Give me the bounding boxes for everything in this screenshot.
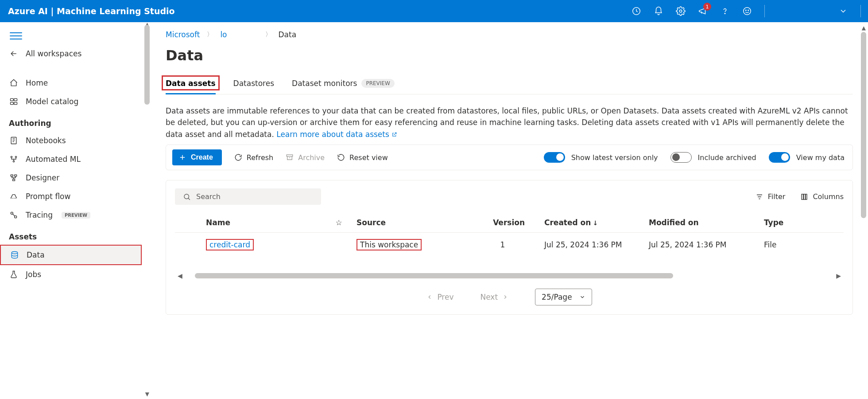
svg-rect-10 xyxy=(11,137,16,144)
scroll-thumb[interactable] xyxy=(144,25,150,105)
cell-version: 1 xyxy=(476,233,529,257)
cmd-label: Archive xyxy=(298,153,325,162)
table-row[interactable]: credit-card This workspace 1 Jul 25, 202… xyxy=(175,233,844,257)
sidebar-item-label: Data xyxy=(27,250,45,259)
table-header-row: Name ☆ Source Version Created on↓ Modifi… xyxy=(175,213,844,233)
refresh-button[interactable]: Refresh xyxy=(234,153,273,162)
sidebar-item-label: Home xyxy=(26,78,48,87)
col-version[interactable]: Version xyxy=(476,213,529,233)
pager-next[interactable]: Next xyxy=(480,293,508,301)
tab-data-assets[interactable]: Data assets xyxy=(166,79,216,94)
scroll-right-icon[interactable]: ▶ xyxy=(833,272,844,279)
breadcrumb-current: Data xyxy=(279,30,297,39)
toggle-latest-version-switch[interactable] xyxy=(544,152,565,163)
sidebar-item-automated-ml[interactable]: Automated ML xyxy=(0,150,142,168)
cell-created: Jul 25, 2024 1:36 PM xyxy=(529,233,644,257)
breadcrumb-root[interactable]: Microsoft xyxy=(166,30,200,39)
archive-button[interactable]: Archive xyxy=(286,153,325,162)
table-card: Search Filter Columns xyxy=(166,180,853,315)
svg-rect-20 xyxy=(287,155,293,156)
megaphone-icon[interactable]: 1 xyxy=(698,6,708,16)
sidebar-item-label: Notebooks xyxy=(26,136,66,145)
reset-view-button[interactable]: Reset view xyxy=(337,153,388,162)
tabs: Data assets Datastores Dataset monitors … xyxy=(166,79,853,94)
col-modified[interactable]: Modified on xyxy=(644,213,760,233)
layout: All workspaces Home Model catalog Author… xyxy=(0,22,868,399)
gear-icon[interactable] xyxy=(676,6,686,16)
svg-point-11 xyxy=(11,156,12,157)
col-created[interactable]: Created on↓ xyxy=(529,213,644,233)
toggle-include-archived-switch[interactable] xyxy=(670,152,692,163)
filter-button[interactable]: Filter xyxy=(756,192,786,201)
chevron-down-icon[interactable] xyxy=(838,6,848,16)
page-title: Data xyxy=(166,47,853,64)
col-source[interactable]: Source xyxy=(352,213,476,233)
button-label: Create xyxy=(191,153,213,161)
prompt-flow-icon xyxy=(9,192,19,201)
sidebar-item-all-workspaces[interactable]: All workspaces xyxy=(0,44,142,63)
hamburger-icon[interactable] xyxy=(0,26,142,44)
main-scrollbar[interactable]: ▲ xyxy=(861,26,866,336)
automl-icon xyxy=(9,154,19,164)
highlight-box: credit-card xyxy=(206,239,254,250)
sidebar-scrollbar[interactable]: ▲ ▼ xyxy=(142,22,151,399)
sort-desc-icon: ↓ xyxy=(593,219,598,227)
page-size-label: 25/Page xyxy=(542,293,572,301)
breadcrumb-mid[interactable]: lo xyxy=(220,30,227,39)
svg-rect-22 xyxy=(802,194,803,200)
sidebar-item-designer[interactable]: Designer xyxy=(0,168,142,187)
cmd-label: Refresh xyxy=(247,153,273,162)
col-name[interactable]: Name xyxy=(202,213,326,233)
main: Microsoft 〉 lo 〉 Data Data Data assets D… xyxy=(151,22,868,399)
intro-body: Data assets are immutable references to … xyxy=(166,106,848,139)
sidebar-item-jobs[interactable]: Jobs xyxy=(0,265,142,284)
sidebar-item-home[interactable]: Home xyxy=(0,74,142,92)
help-icon[interactable] xyxy=(720,6,730,16)
sidebar-item-tracing[interactable]: Tracing PREVIEW xyxy=(0,206,142,224)
catalog-icon xyxy=(9,97,19,106)
sidebar-item-data[interactable]: Data xyxy=(0,245,142,265)
toggle-view-my-data-switch[interactable] xyxy=(769,152,790,163)
topbar-divider-2 xyxy=(860,5,861,17)
sidebar-item-prompt-flow[interactable]: Prompt flow xyxy=(0,187,142,206)
svg-point-1 xyxy=(679,10,682,12)
flask-icon xyxy=(9,270,19,279)
svg-point-2 xyxy=(725,13,725,14)
notebook-icon xyxy=(9,136,19,145)
sidebar-item-label: Jobs xyxy=(26,270,41,279)
tab-label: Dataset monitors xyxy=(292,79,357,88)
svg-rect-24 xyxy=(806,194,807,200)
tab-datastores[interactable]: Datastores xyxy=(233,79,274,94)
highlight-box: This workspace xyxy=(356,239,422,250)
horizontal-scrollbar[interactable]: ◀ ▶ xyxy=(175,273,844,279)
scroll-down-icon[interactable]: ▼ xyxy=(145,391,149,397)
col-type[interactable]: Type xyxy=(760,213,844,233)
scroll-thumb[interactable] xyxy=(195,273,673,278)
page-size-select[interactable]: 25/Page xyxy=(535,289,592,305)
pager-prev[interactable]: Prev xyxy=(426,293,453,301)
cmd-label: Reset view xyxy=(349,153,388,162)
scroll-left-icon[interactable]: ◀ xyxy=(175,272,185,279)
scroll-up-icon[interactable]: ▲ xyxy=(862,25,866,31)
asset-name-link[interactable]: credit-card xyxy=(209,240,250,249)
columns-button[interactable]: Columns xyxy=(800,192,844,201)
svg-rect-6 xyxy=(11,98,14,101)
brand-title: Azure AI | Machine Learning Studio xyxy=(8,6,175,16)
smile-icon[interactable] xyxy=(742,6,752,16)
sidebar-item-notebooks[interactable]: Notebooks xyxy=(0,131,142,150)
cell-modified: Jul 25, 2024 1:36 PM xyxy=(644,233,760,257)
clock-icon[interactable] xyxy=(632,6,641,16)
cell-type: File xyxy=(760,233,844,257)
preview-badge: PREVIEW xyxy=(62,212,90,219)
svg-rect-14 xyxy=(11,175,13,176)
pager: Prev Next 25/Page xyxy=(175,289,844,305)
search-input[interactable]: Search xyxy=(175,188,321,205)
bell-icon[interactable] xyxy=(654,6,663,16)
create-button[interactable]: Create xyxy=(172,149,222,165)
col-star[interactable]: ☆ xyxy=(326,213,352,233)
learn-more-link[interactable]: Learn more about data assets xyxy=(276,130,397,139)
sidebar-item-model-catalog[interactable]: Model catalog xyxy=(0,92,142,111)
scroll-thumb[interactable] xyxy=(861,32,866,218)
tab-dataset-monitors[interactable]: Dataset monitors PREVIEW xyxy=(292,79,395,94)
svg-point-4 xyxy=(746,10,746,10)
